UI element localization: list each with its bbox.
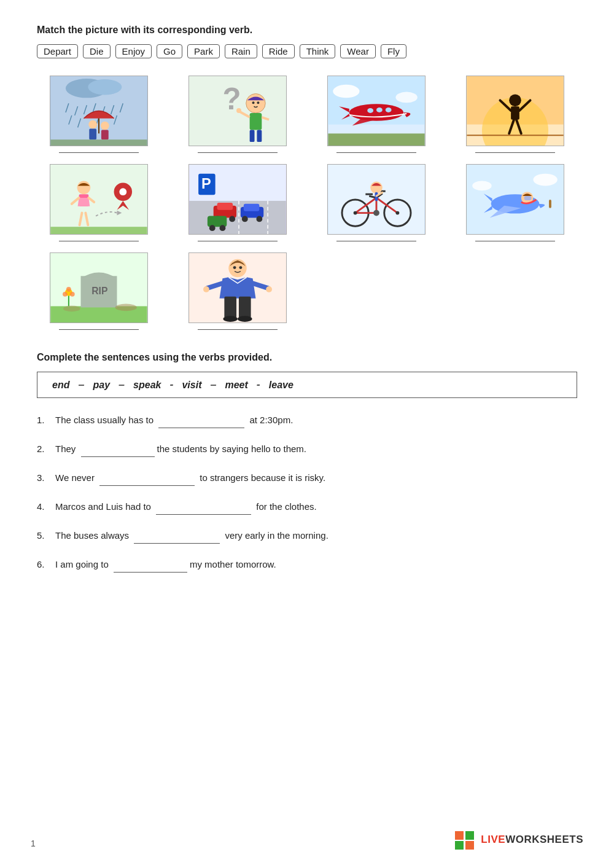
svg-point-22 bbox=[246, 93, 265, 112]
image-die: RIP bbox=[50, 252, 148, 323]
logo-icon bbox=[455, 831, 475, 848]
svg-point-17 bbox=[101, 122, 109, 130]
svg-rect-66 bbox=[217, 203, 233, 210]
svg-point-112 bbox=[115, 304, 137, 311]
verb-tag-die: Die bbox=[83, 44, 111, 58]
svg-point-74 bbox=[209, 225, 216, 231]
svg-rect-18 bbox=[101, 130, 109, 139]
image-line-die bbox=[59, 329, 139, 330]
svg-rect-120 bbox=[224, 297, 236, 318]
blank-2[interactable] bbox=[81, 442, 155, 457]
svg-rect-73 bbox=[208, 216, 227, 227]
image-cell-think: ? bbox=[176, 76, 300, 153]
sentence-6: 6. I am going to my mother tomorrow. bbox=[37, 557, 577, 573]
image-line-rain bbox=[59, 152, 139, 153]
blank-6[interactable] bbox=[114, 557, 187, 573]
verb-tag-depart: Depart bbox=[37, 44, 78, 58]
svg-point-123 bbox=[238, 316, 252, 322]
image-cell-wear bbox=[176, 252, 300, 330]
image-fly-plane bbox=[327, 76, 426, 146]
svg-point-36 bbox=[386, 108, 392, 112]
verb-tag-go: Go bbox=[157, 44, 182, 58]
verb-bank: DepartDieEnjoyGoParkRainRideThinkWearFly bbox=[37, 44, 577, 58]
image-go bbox=[50, 164, 148, 235]
svg-point-122 bbox=[223, 316, 238, 322]
logo-sq-green-top bbox=[465, 831, 474, 840]
image-line-fly-kid bbox=[475, 241, 555, 241]
verb-box-item: – bbox=[119, 378, 125, 391]
image-think: ? bbox=[188, 76, 287, 146]
svg-rect-19 bbox=[50, 139, 147, 146]
sentence-num-1: 1. bbox=[37, 413, 53, 428]
image-enjoy bbox=[466, 76, 564, 146]
svg-point-38 bbox=[367, 108, 373, 113]
svg-point-43 bbox=[509, 94, 521, 106]
svg-point-119 bbox=[266, 286, 272, 292]
svg-point-52 bbox=[119, 188, 126, 195]
verb-box-item: end bbox=[52, 380, 69, 391]
brand-name: LIVEWORKSHEETS bbox=[481, 834, 583, 846]
footer: LIVEWORKSHEETS bbox=[455, 831, 583, 848]
verb-box-item: - bbox=[257, 378, 260, 391]
sentence-1-text: The class usually has to at 2:30pm. bbox=[55, 413, 293, 428]
svg-point-25 bbox=[236, 108, 241, 113]
sentence-num-6: 6. bbox=[37, 557, 53, 573]
svg-rect-39 bbox=[328, 133, 424, 146]
verb-box-item: – bbox=[78, 378, 84, 391]
svg-rect-44 bbox=[511, 106, 519, 120]
sentence-3-text: We never to strangers because it is risk… bbox=[55, 471, 325, 486]
svg-point-37 bbox=[376, 108, 383, 112]
svg-point-94 bbox=[373, 210, 379, 216]
svg-point-29 bbox=[252, 101, 255, 104]
verb-tag-wear: Wear bbox=[340, 44, 376, 58]
image-cell-fly-plane bbox=[314, 76, 438, 153]
image-cell-go bbox=[37, 164, 161, 241]
blank-3[interactable] bbox=[99, 471, 195, 486]
image-line-wear bbox=[198, 329, 278, 330]
verb-box-item: speak bbox=[133, 380, 161, 391]
verb-box-item: visit bbox=[182, 380, 201, 391]
blank-1[interactable] bbox=[158, 413, 244, 428]
svg-rect-23 bbox=[250, 113, 262, 130]
sentence-num-3: 3. bbox=[37, 471, 53, 486]
image-rain bbox=[50, 76, 148, 146]
sentence-5: 5. The buses always very early in the mo… bbox=[37, 528, 577, 544]
svg-point-2 bbox=[88, 79, 122, 95]
section1: Match the picture with its corresponding… bbox=[37, 25, 577, 330]
logo-sq-orange-top bbox=[455, 831, 464, 840]
image-line-park bbox=[198, 241, 278, 241]
svg-point-118 bbox=[203, 286, 209, 292]
sentence-num-4: 4. bbox=[37, 499, 53, 515]
verb-box-item: leave bbox=[269, 380, 293, 391]
image-grid: ? bbox=[37, 76, 577, 330]
svg-point-124 bbox=[233, 266, 236, 269]
svg-rect-50 bbox=[50, 165, 147, 234]
footer-logo bbox=[455, 831, 475, 848]
sentence-num-5: 5. bbox=[37, 528, 53, 544]
sentence-4: 4. Marcos and Luis had to for the clothe… bbox=[37, 499, 577, 515]
image-ride bbox=[327, 164, 426, 235]
image-line-fly-plane bbox=[336, 152, 416, 153]
svg-point-97 bbox=[533, 174, 557, 186]
image-cell-die: RIP bbox=[37, 252, 161, 330]
svg-point-71 bbox=[242, 216, 248, 222]
sentence-2-text: They the students by saying hello to the… bbox=[55, 442, 306, 457]
verb-tag-rain: Rain bbox=[225, 44, 257, 58]
svg-point-53 bbox=[77, 181, 91, 195]
section2: Complete the sentences using the verbs p… bbox=[37, 352, 577, 573]
svg-point-92 bbox=[354, 211, 357, 215]
brand-live: LIVE bbox=[481, 834, 505, 845]
blank-4[interactable] bbox=[156, 499, 251, 515]
svg-point-109 bbox=[63, 292, 68, 297]
blank-5[interactable] bbox=[134, 528, 220, 544]
svg-text:RIP: RIP bbox=[91, 286, 107, 296]
svg-rect-70 bbox=[244, 204, 260, 211]
verb-box-item: pay bbox=[93, 380, 110, 391]
verb-box-item: meet bbox=[225, 380, 247, 391]
svg-rect-27 bbox=[250, 130, 255, 142]
image-line-think bbox=[198, 152, 278, 153]
svg-point-34 bbox=[395, 92, 417, 103]
logo-sq-orange-bottom bbox=[465, 841, 474, 850]
image-cell-ride bbox=[314, 164, 438, 241]
svg-point-68 bbox=[229, 216, 235, 222]
